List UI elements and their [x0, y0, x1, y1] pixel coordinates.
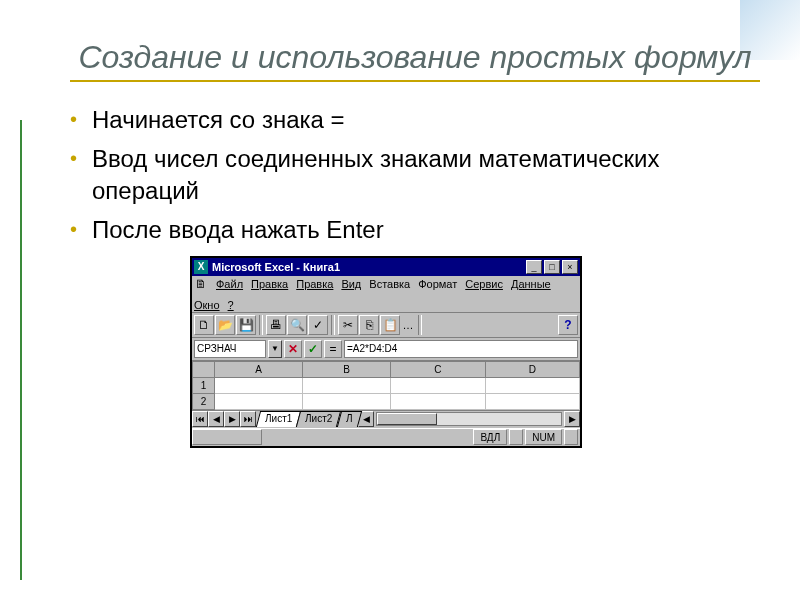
formula-bar: СРЗНАЧ ▼ ✕ ✓ = =A2*D4:D4: [192, 338, 580, 361]
sheet-tab[interactable]: Лист2: [296, 411, 342, 427]
toolbar-separator: [418, 315, 422, 335]
col-header-A[interactable]: A: [215, 361, 303, 377]
excel-app-icon: X: [194, 260, 208, 274]
menu-edit2[interactable]: Правка: [296, 278, 333, 290]
bullet-list: Начинается со знака = Ввод чисел соедине…: [70, 82, 760, 246]
cell[interactable]: [215, 393, 303, 409]
save-button[interactable]: 💾: [236, 315, 256, 335]
maximize-button[interactable]: □: [544, 260, 560, 274]
paste-button[interactable]: 📋: [380, 315, 400, 335]
window-title: Microsoft Excel - Книга1: [212, 261, 524, 273]
sheet-tab-active[interactable]: Лист1: [256, 411, 302, 427]
toolbar-separator: [331, 315, 335, 335]
close-button[interactable]: ×: [562, 260, 578, 274]
bullet-item: Ввод чисел соединенных знаками математич…: [70, 143, 760, 208]
accept-formula-button[interactable]: ✓: [304, 340, 322, 358]
toolbar-separator: [259, 315, 263, 335]
titlebar: X Microsoft Excel - Книга1 _ □ ×: [192, 258, 580, 276]
cell[interactable]: [391, 377, 485, 393]
col-header-D[interactable]: D: [485, 361, 580, 377]
select-all-corner[interactable]: [193, 361, 215, 377]
sheet-tab-row: ⏮ ◀ ▶ ⏭ Лист1 Лист2 Л ◀ ▶: [192, 410, 580, 428]
help-button[interactable]: ?: [558, 315, 578, 335]
sheet-nav-next[interactable]: ▶: [224, 411, 240, 427]
menu-format[interactable]: Формат: [418, 278, 457, 290]
col-header-C[interactable]: C: [391, 361, 485, 377]
menu-data[interactable]: Данные: [511, 278, 551, 290]
print-button[interactable]: 🖶: [266, 315, 286, 335]
cell[interactable]: [215, 377, 303, 393]
status-blank: [509, 429, 523, 445]
row-header-2[interactable]: 2: [193, 393, 215, 409]
slide-content: Создание и использование простых формул …: [0, 0, 800, 448]
preview-button[interactable]: 🔍: [287, 315, 307, 335]
open-button[interactable]: 📂: [215, 315, 235, 335]
menu-help[interactable]: ?: [228, 299, 234, 311]
cut-button[interactable]: ✂: [338, 315, 358, 335]
spreadsheet-grid: A B C D 1 2: [192, 361, 580, 410]
cell[interactable]: [485, 377, 580, 393]
name-box-dropdown[interactable]: ▼: [268, 340, 282, 358]
status-numlock: NUM: [525, 429, 562, 445]
menu-view[interactable]: Вид: [341, 278, 361, 290]
menu-file[interactable]: Файл: [216, 278, 243, 290]
sheet-nav-last[interactable]: ⏭: [240, 411, 256, 427]
menu-tools[interactable]: Сервис: [465, 278, 503, 290]
document-icon: 🗎: [194, 277, 208, 291]
slide-title: Создание и использование простых формул: [70, 38, 760, 76]
name-box[interactable]: СРЗНАЧ: [194, 340, 266, 358]
copy-button[interactable]: ⎘: [359, 315, 379, 335]
hscrollbar[interactable]: [376, 412, 562, 426]
menu-edit[interactable]: Правка: [251, 278, 288, 290]
spellcheck-button[interactable]: ✓: [308, 315, 328, 335]
menu-insert[interactable]: Вставка: [369, 278, 410, 290]
menubar: 🗎 Файл Правка Правка Вид Вставка Формат …: [192, 276, 580, 313]
row-header-1[interactable]: 1: [193, 377, 215, 393]
new-button[interactable]: 🗋: [194, 315, 214, 335]
status-mode: [192, 429, 262, 445]
sheet-nav-prev[interactable]: ◀: [208, 411, 224, 427]
scroll-right-button[interactable]: ▶: [564, 411, 580, 427]
formula-input[interactable]: =A2*D4:D4: [344, 340, 578, 358]
bullet-item: После ввода нажать Enter: [70, 214, 760, 246]
bullet-item: Начинается со знака =: [70, 104, 760, 136]
sheet-tab[interactable]: Л: [336, 411, 361, 427]
minimize-button[interactable]: _: [526, 260, 542, 274]
status-bar: ВДЛ NUM: [192, 428, 580, 446]
edit-formula-button[interactable]: =: [324, 340, 342, 358]
cancel-formula-button[interactable]: ✕: [284, 340, 302, 358]
sheet-nav-first[interactable]: ⏮: [192, 411, 208, 427]
status-vdl: ВДЛ: [473, 429, 507, 445]
cell[interactable]: [391, 393, 485, 409]
toolbar: 🗋 📂 💾 🖶 🔍 ✓ ✂ ⎘ 📋 … ?: [192, 313, 580, 338]
status-blank2: [564, 429, 578, 445]
excel-window: X Microsoft Excel - Книга1 _ □ × 🗎 Файл …: [190, 256, 582, 448]
cell[interactable]: [303, 377, 391, 393]
toolbar-more: …: [401, 319, 415, 331]
hscroll-thumb[interactable]: [377, 413, 437, 425]
cell[interactable]: [485, 393, 580, 409]
cell[interactable]: [303, 393, 391, 409]
menu-window[interactable]: Окно: [194, 299, 220, 311]
col-header-B[interactable]: B: [303, 361, 391, 377]
